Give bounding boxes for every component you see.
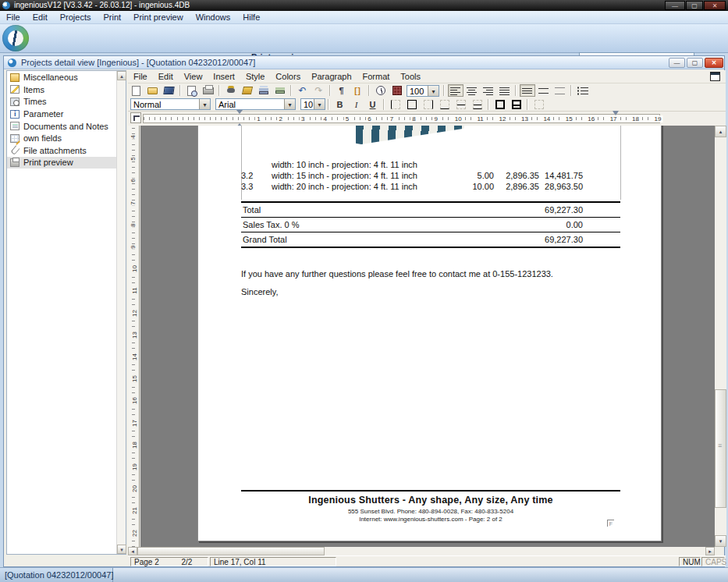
paragraph-style-select[interactable]: Normal xyxy=(130,98,211,110)
sidebar-item[interactable]: Miscellaneous xyxy=(7,72,126,83)
editor-menu-item[interactable]: Paragraph xyxy=(306,70,357,83)
bullet-list-icon[interactable] xyxy=(575,84,591,97)
right-indent-marker[interactable] xyxy=(613,111,619,119)
ruler-number: 18 xyxy=(630,115,641,122)
sidebar-item[interactable]: Times xyxy=(7,96,126,108)
menu-item[interactable]: Projects xyxy=(54,11,98,23)
scroll-down-icon[interactable] xyxy=(715,535,726,547)
book-icon[interactable] xyxy=(162,84,177,97)
editor-menu-item[interactable]: Edit xyxy=(153,70,179,83)
scrollbar-thumb[interactable] xyxy=(137,547,325,555)
menu-item[interactable]: Hilfe xyxy=(236,11,266,23)
underline-button[interactable]: U xyxy=(365,98,381,111)
sidebar-item[interactable]: Print preview xyxy=(7,157,126,169)
editor-toolbar-standard: ↶ ↷ ¶ [] 100 xyxy=(128,83,726,98)
align-center-icon[interactable] xyxy=(464,84,480,97)
menu-item[interactable]: Print xyxy=(97,11,127,23)
footer-internet-page: Internet: www.ingenious-shutters.com - P… xyxy=(241,516,620,523)
border-bottom-icon[interactable] xyxy=(437,98,453,111)
chevron-down-icon[interactable] xyxy=(314,99,325,109)
line-spacing-single-icon[interactable] xyxy=(520,84,535,97)
print-preview-icon[interactable] xyxy=(184,84,200,97)
redo-icon[interactable]: ↷ xyxy=(311,84,327,97)
align-justify-icon[interactable] xyxy=(497,84,513,97)
border-thick-outside-icon[interactable] xyxy=(492,98,508,111)
italic-button[interactable]: I xyxy=(349,98,364,111)
scroll-right-icon[interactable] xyxy=(705,547,715,555)
field-brackets-icon[interactable]: [] xyxy=(350,84,366,97)
ruler-number: 8 xyxy=(410,115,417,122)
inner-minimize-button[interactable] xyxy=(669,58,685,68)
inner-maximize-button[interactable] xyxy=(687,58,703,68)
horizontal-scrollbar[interactable] xyxy=(128,547,715,555)
close-button[interactable] xyxy=(704,1,726,10)
menu-item[interactable]: Edit xyxy=(27,11,54,23)
show-paragraph-marks-icon[interactable]: ¶ xyxy=(334,84,350,97)
sidebar-scrollbar[interactable] xyxy=(116,71,126,554)
vertical-ruler[interactable]: 45678910111213141516171819202122 xyxy=(128,126,140,547)
format-stamp-icon[interactable] xyxy=(223,84,239,97)
line-spacing-double-icon[interactable] xyxy=(552,84,568,97)
editor-menu-item[interactable]: Tools xyxy=(395,70,426,83)
border-thick-grid-icon[interactable] xyxy=(509,98,524,111)
zoom-select[interactable]: 100 xyxy=(407,85,439,97)
insert-time-icon[interactable] xyxy=(373,84,389,97)
insert-date-icon[interactable] xyxy=(389,84,405,97)
minimize-button[interactable] xyxy=(665,1,685,10)
border-middle-icon[interactable] xyxy=(453,98,469,111)
print-icon[interactable] xyxy=(201,84,216,97)
align-right-icon[interactable] xyxy=(481,84,496,97)
scroll-up-icon[interactable] xyxy=(715,126,726,137)
sidebar-item[interactable]: File attachments xyxy=(7,145,126,157)
editor-menu-item[interactable]: Style xyxy=(240,70,270,83)
new-document-icon[interactable] xyxy=(129,84,144,97)
align-left-icon[interactable] xyxy=(448,84,463,97)
chevron-down-icon[interactable] xyxy=(199,99,210,109)
line-spacing-15-icon[interactable] xyxy=(536,84,552,97)
open-document-icon[interactable] xyxy=(145,84,161,97)
layers-alt-icon[interactable] xyxy=(272,84,288,97)
horizontal-ruler[interactable]: 12345678910111213141516171819 xyxy=(143,114,660,123)
editor-menu-item[interactable]: Insert xyxy=(208,70,240,83)
editor-menu-item[interactable]: View xyxy=(179,70,208,83)
border-bottom-middle-icon[interactable] xyxy=(470,98,485,111)
sidebar-item[interactable]: Documents and Notes xyxy=(7,120,126,132)
scroll-up-icon[interactable] xyxy=(117,71,126,80)
font-size-select[interactable]: 10 xyxy=(300,98,325,110)
sidebar-item[interactable]: Parameter xyxy=(7,108,126,120)
layers-icon[interactable] xyxy=(256,84,272,97)
document-page[interactable]: width: 10 inch - projection: 4 ft. 11 in… xyxy=(197,126,662,541)
menu-item[interactable]: Print preview xyxy=(127,11,190,23)
editor-menu-item[interactable]: Colors xyxy=(270,70,306,83)
menu-item[interactable]: File xyxy=(0,11,27,23)
document-window-icon[interactable] xyxy=(710,72,720,81)
paint-bucket-icon[interactable] xyxy=(240,84,255,97)
chevron-down-icon[interactable] xyxy=(428,86,439,96)
sidebar-item[interactable]: Items xyxy=(7,84,126,96)
border-left-icon[interactable] xyxy=(388,98,403,111)
undo-icon[interactable]: ↶ xyxy=(295,84,311,97)
scrollbar-thumb[interactable] xyxy=(715,389,726,508)
ingenious-logo-icon[interactable] xyxy=(2,25,29,51)
left-indent-marker[interactable] xyxy=(236,110,243,126)
editor-toolbar-formatting: Normal Arial 10 B I U xyxy=(128,98,726,112)
bold-button[interactable]: B xyxy=(332,98,348,111)
vertical-scrollbar[interactable] xyxy=(715,126,726,547)
inner-close-button[interactable] xyxy=(705,58,723,68)
active-document-tab[interactable]: [Quotation 04232012/00047] xyxy=(0,568,113,582)
border-right-icon[interactable] xyxy=(421,98,436,111)
editor-menu-item[interactable]: Format xyxy=(357,70,396,83)
chevron-down-icon[interactable] xyxy=(284,99,295,109)
tab-stop-selector-icon[interactable] xyxy=(130,112,141,123)
border-none-icon[interactable] xyxy=(531,98,547,111)
scroll-left-icon[interactable] xyxy=(128,547,137,555)
maximize-button[interactable] xyxy=(686,1,703,10)
editor-menu-item[interactable]: File xyxy=(128,70,153,83)
document-viewport[interactable]: width: 10 inch - projection: 4 ft. 11 in… xyxy=(140,126,715,547)
inner-window-icon xyxy=(8,59,16,67)
font-select[interactable]: Arial xyxy=(215,98,296,110)
scroll-down-icon[interactable] xyxy=(117,545,126,554)
sidebar-item[interactable]: own fields xyxy=(7,133,126,144)
menu-item[interactable]: Windows xyxy=(190,11,237,23)
border-outside-icon[interactable] xyxy=(404,98,420,111)
